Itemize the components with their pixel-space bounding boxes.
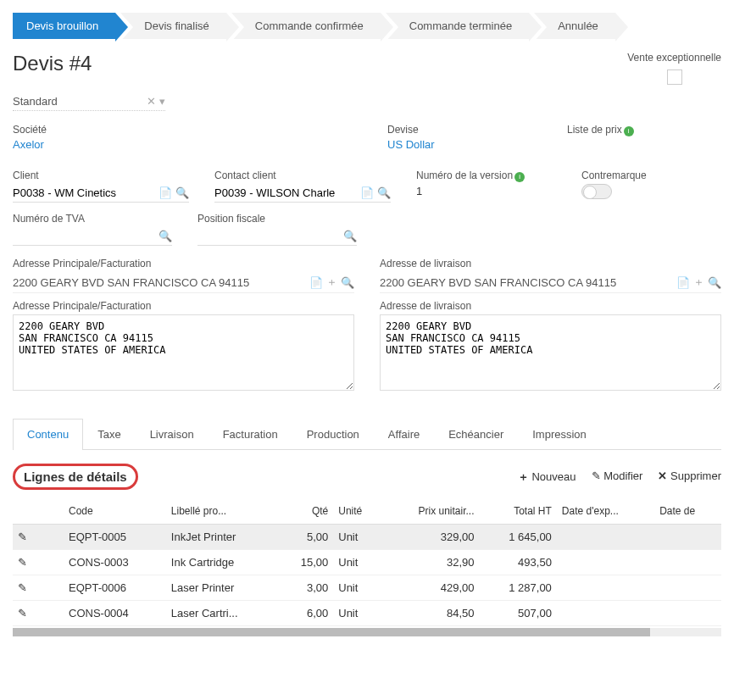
step-completed[interactable]: Commande terminée (386, 13, 529, 39)
step-finalized[interactable]: Devis finalisé (120, 13, 226, 39)
tab-contenu[interactable]: Contenu (13, 419, 83, 450)
tab-facturation[interactable]: Facturation (209, 419, 292, 449)
plus-icon[interactable]: ＋ (693, 275, 704, 290)
devise-value[interactable]: US Dollar (387, 138, 542, 151)
cell-lib: Laser Cartri... (166, 601, 278, 626)
addr-liv-textarea[interactable] (380, 314, 721, 391)
table-row[interactable]: ✎EQPT-0005InkJet Printer5,00Unit329,001 … (13, 525, 721, 550)
chevron-down-icon[interactable]: ▾ (159, 95, 165, 108)
col-unite[interactable]: Unité (333, 498, 382, 525)
addr-fact-line-value: 2200 GEARY BVD SAN FRANCISCO CA 94115 (13, 276, 306, 289)
search-icon[interactable]: 🔍 (377, 186, 391, 199)
client-input-wrap: 📄 🔍 (13, 184, 189, 203)
cell-qte: 5,00 (278, 525, 333, 550)
tab-affaire[interactable]: Affaire (374, 419, 434, 449)
contremarque-toggle[interactable] (581, 184, 612, 199)
vente-ex-checkbox[interactable] (667, 69, 682, 85)
col-date[interactable]: Date de (654, 498, 721, 525)
contact-input-wrap: 📄 🔍 (214, 184, 391, 203)
client-label: Client (13, 169, 189, 181)
col-exp[interactable]: Date d'exp... (557, 498, 654, 525)
standard-label: Standard (13, 95, 143, 108)
col-code[interactable]: Code (64, 498, 166, 525)
standard-select[interactable]: Standard ✕ ▾ (13, 92, 165, 111)
addr-fact-label: Adresse Principale/Facturation (13, 258, 354, 269)
step-confirmed[interactable]: Commande confirmée (231, 13, 381, 39)
pencil-icon[interactable]: ✎ (18, 607, 27, 619)
search-icon[interactable]: 🔍 (343, 230, 357, 242)
cell-unite: Unit (333, 525, 382, 550)
addr-fact-line: 2200 GEARY BVD SAN FRANCISCO CA 94115 📄 … (13, 272, 354, 293)
doc-icon[interactable]: 📄 (360, 186, 374, 199)
doc-icon[interactable]: 📄 (309, 276, 323, 289)
new-button[interactable]: ＋ Nouveau (518, 469, 576, 485)
prix-label: Liste de prixi (567, 124, 721, 136)
contact-input[interactable] (214, 186, 357, 199)
cell-total: 1 645,00 (480, 525, 557, 550)
doc-icon[interactable]: 📄 (676, 276, 690, 289)
section-actions: ＋ Nouveau ✎ Modifier ✕ Supprimer (518, 469, 721, 485)
search-icon[interactable]: 🔍 (158, 230, 172, 242)
addr-fact-textarea[interactable] (13, 314, 354, 391)
step-cancelled[interactable]: Annulée (534, 13, 615, 39)
fiscale-label: Position fiscale (197, 213, 357, 225)
plus-icon: ＋ (518, 470, 529, 483)
info-icon[interactable]: i (624, 126, 634, 136)
search-icon[interactable]: 🔍 (341, 276, 354, 289)
devise-label: Devise (387, 124, 542, 136)
tab-production[interactable]: Production (292, 419, 374, 449)
cell-prix: 84,50 (383, 601, 480, 626)
lines-table: Code Libellé pro... Qté Unité Prix unita… (13, 498, 721, 626)
tva-label: Numéro de TVA (13, 213, 172, 225)
table-row[interactable]: ✎CONS-0004Laser Cartri...6,00Unit84,5050… (13, 601, 721, 626)
pencil-icon[interactable]: ✎ (18, 531, 27, 543)
cell-unite: Unit (333, 550, 382, 575)
societe-value[interactable]: Axelor (13, 138, 167, 151)
fiscale-input-wrap: 🔍 (197, 227, 357, 246)
cell-lib: Ink Cartridge (166, 550, 278, 575)
progress-steps: Devis brouillon Devis finalisé Commande … (13, 13, 721, 39)
search-icon[interactable]: 🔍 (708, 276, 721, 289)
cell-unite: Unit (333, 575, 382, 601)
col-prix[interactable]: Prix unitair... (383, 498, 480, 525)
cell-lib: InkJet Printer (166, 525, 278, 550)
table-row[interactable]: ✎CONS-0003Ink Cartridge15,00Unit32,90493… (13, 550, 721, 575)
tab-echeancier[interactable]: Echéancier (434, 419, 518, 449)
vente-exceptionnelle-group: Vente exceptionnelle (627, 52, 721, 87)
col-total[interactable]: Total HT (480, 498, 557, 525)
section-title: Lignes de détails (13, 464, 138, 490)
doc-icon[interactable]: 📄 (158, 186, 172, 199)
plus-icon[interactable]: ＋ (326, 275, 337, 290)
addr-fact-block-label: Adresse Principale/Facturation (13, 300, 354, 312)
edit-button[interactable]: ✎ Modifier (592, 469, 643, 485)
contact-label: Contact client (214, 169, 391, 181)
cell-total: 507,00 (480, 601, 557, 626)
cell-code: CONS-0003 (64, 550, 166, 575)
addr-liv-line: 2200 GEARY BVD SAN FRANCISCO CA 94115 📄 … (380, 272, 721, 293)
fiscale-input[interactable] (197, 230, 340, 242)
client-input[interactable] (13, 186, 155, 199)
step-draft[interactable]: Devis brouillon (13, 13, 115, 39)
cell-total: 493,50 (480, 550, 557, 575)
delete-button[interactable]: ✕ Supprimer (658, 469, 721, 485)
horizontal-scrollbar[interactable] (13, 628, 721, 636)
col-qte[interactable]: Qté (278, 498, 333, 525)
tab-taxe[interactable]: Taxe (83, 419, 135, 449)
pencil-icon[interactable]: ✎ (18, 556, 27, 569)
tab-livraison[interactable]: Livraison (136, 419, 209, 449)
version-value: 1 (416, 185, 556, 197)
tab-impression[interactable]: Impression (518, 419, 601, 449)
cell-lib: Laser Printer (166, 575, 278, 601)
pencil-icon[interactable]: ✎ (18, 581, 27, 594)
table-row[interactable]: ✎EQPT-0006Laser Printer3,00Unit429,001 2… (13, 575, 721, 601)
tabs: Contenu Taxe Livraison Facturation Produ… (13, 419, 721, 450)
info-icon[interactable]: i (514, 172, 525, 182)
clear-icon[interactable]: ✕ (147, 95, 156, 108)
tva-input[interactable] (13, 230, 155, 242)
search-icon[interactable]: 🔍 (175, 186, 189, 199)
addr-liv-block-label: Adresse de livraison (380, 300, 721, 312)
col-libelle[interactable]: Libellé pro... (166, 498, 278, 525)
cell-prix: 429,00 (383, 575, 480, 601)
cell-unite: Unit (333, 601, 382, 626)
cell-code: EQPT-0005 (64, 525, 166, 550)
